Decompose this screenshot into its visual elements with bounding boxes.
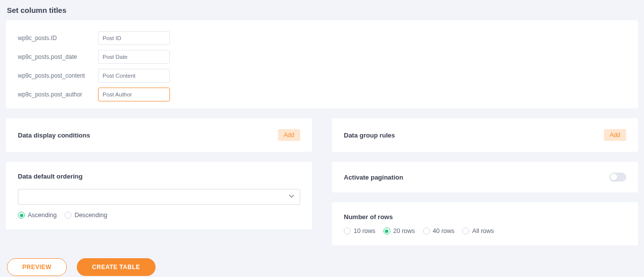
column-label: wp9c_posts.post_content [18, 72, 92, 79]
radio-ascending[interactable]: Ascending [18, 212, 56, 219]
preview-button[interactable]: PREVIEW [7, 258, 67, 276]
ordering-select[interactable] [18, 189, 300, 205]
radio-label: 20 rows [393, 228, 415, 234]
radio-dot-icon [423, 228, 430, 234]
column-row: wp9c_posts.ID [18, 31, 626, 45]
column-input-post-content[interactable] [98, 69, 170, 83]
add-condition-button[interactable]: Add [278, 129, 300, 141]
radio-all-rows[interactable]: All rows [462, 228, 494, 234]
group-rules-title: Data group rules [344, 132, 395, 139]
radio-dot-icon [18, 212, 25, 219]
chevron-down-icon [290, 194, 295, 199]
ordering-title: Data default ordering [18, 173, 300, 180]
radio-20-rows[interactable]: 20 rows [383, 228, 415, 234]
column-input-post-author[interactable] [98, 88, 170, 101]
radio-label: All rows [472, 228, 494, 234]
radio-dot-icon [64, 212, 71, 219]
pagination-toggle[interactable] [609, 173, 626, 182]
radio-descending[interactable]: Descending [64, 212, 107, 219]
conditions-card: Data display conditions Add [6, 118, 312, 152]
radio-label: 10 rows [354, 228, 376, 234]
radio-dot-icon [344, 228, 351, 234]
radio-40-rows[interactable]: 40 rows [423, 228, 455, 234]
column-input-post-id[interactable] [98, 31, 170, 45]
radio-label: Ascending [28, 212, 56, 219]
ordering-card: Data default ordering Ascending Descendi… [6, 162, 312, 230]
column-label: wp9c_posts.post_author [18, 91, 92, 98]
radio-10-rows[interactable]: 10 rows [344, 228, 376, 234]
radio-label: Descending [74, 212, 107, 219]
add-group-rule-button[interactable]: Add [604, 129, 626, 141]
pagination-title: Activate pagination [344, 174, 403, 181]
rows-title: Number of rows [344, 213, 626, 221]
pagination-card: Activate pagination [332, 162, 638, 192]
column-input-post-date[interactable] [98, 50, 170, 64]
radio-dot-icon [462, 228, 469, 234]
column-row: wp9c_posts.post_author [18, 88, 626, 101]
conditions-title: Data display conditions [18, 132, 90, 139]
group-rules-card: Data group rules Add [332, 118, 638, 152]
column-row: wp9c_posts.post_content [18, 69, 626, 83]
column-label: wp9c_posts.post_date [18, 53, 92, 60]
create-table-button[interactable]: CREATE TABLE [77, 258, 156, 276]
radio-dot-icon [383, 228, 390, 234]
rows-card: Number of rows 10 rows 20 rows 40 rows A… [332, 202, 638, 245]
radio-label: 40 rows [433, 228, 455, 234]
column-titles-card: wp9c_posts.ID wp9c_posts.post_date wp9c_… [6, 20, 638, 108]
column-row: wp9c_posts.post_date [18, 50, 626, 64]
section-title: Set column titles [6, 6, 638, 14]
column-label: wp9c_posts.ID [18, 35, 92, 42]
